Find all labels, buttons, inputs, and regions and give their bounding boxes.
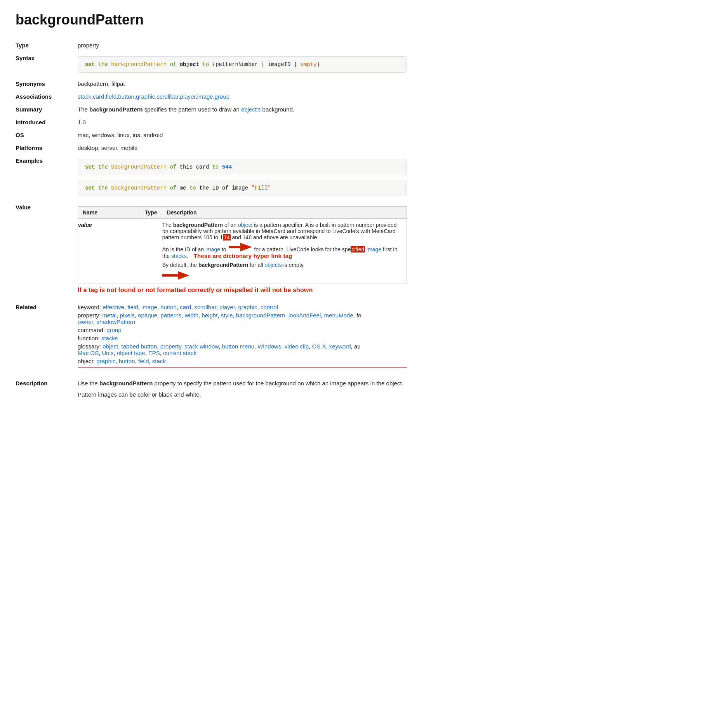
summary-value: The backgroundPattern specifies the patt… [78,103,412,116]
rel-keyword[interactable]: keyword [329,343,351,350]
rel-obj-graphic[interactable]: graphic [96,358,115,364]
val-name: value [78,219,140,284]
rel-shadowPattern[interactable]: shadowPattern [96,319,135,325]
summary-label: Summary [16,103,78,116]
ex1-kw-the: the [98,164,111,170]
assoc-link-field[interactable]: field [106,93,117,100]
rel-lookAndFeel[interactable]: lookAndFeel [288,312,321,319]
rel-os-x[interactable]: OS X [312,343,326,350]
kw-obj: object [180,61,199,68]
page-title: backgroundPattern [16,12,412,28]
tag-warning: If a tag is not found or not formatted c… [78,286,407,294]
assoc-link-image[interactable]: image [197,93,213,100]
rel-property[interactable]: property [160,343,181,350]
example1-code-block: set the backgroundPattern of this card t… [78,159,407,175]
rel-player[interactable]: player [219,304,235,310]
red-arrow-2 [162,271,189,280]
ex2-kw-of: of [170,185,179,191]
col-name: Name [78,207,140,219]
svg-marker-0 [229,243,252,251]
assoc-link-group[interactable]: group [215,93,229,100]
summary-row: Summary The backgroundPattern specifies … [16,103,412,116]
rel-obj-button[interactable]: button [119,358,135,364]
rel-unix[interactable]: Unix [102,350,114,356]
rel-owner[interactable]: owner [78,319,93,325]
val-image-link1[interactable]: image [205,246,220,253]
rel-width[interactable]: width [185,312,198,319]
ex2-str: "Fill" [252,185,271,191]
hyper-tag-note: These are dictionary hyper link tag [193,253,292,259]
rel-control[interactable]: control [261,304,278,310]
associations-value: stack,card,field,button,graphic,scrollba… [78,90,412,103]
rel-field[interactable]: field [127,304,138,310]
assoc-link-graphic[interactable]: graphic [136,93,155,100]
assoc-link-stack[interactable]: stack [78,93,91,100]
rel-image[interactable]: image [141,304,157,310]
value-content: Name Type Description value The backgrou… [78,201,412,301]
rel-stack-window[interactable]: stack window [184,343,219,350]
syntax-code-block: set the backgroundPattern of object to {… [78,56,407,73]
val-stacks-link[interactable]: stacks [171,253,187,259]
rel-windows[interactable]: Windows [257,343,281,350]
rel-menuMode[interactable]: menuMode [324,312,353,319]
rel-mac-os[interactable]: Mac OS [78,350,99,356]
col-description: Description [162,207,407,219]
summary-bold: backgroundPattern [89,106,143,113]
rel-current-stack[interactable]: current stack [163,350,196,356]
rel-stacks[interactable]: stacks [101,335,118,341]
type-label: Type [16,39,78,52]
kw-the: the [98,61,111,68]
rel-button-menu[interactable]: button menu [222,343,254,350]
introduced-row: Introduced 1.0 [16,116,412,129]
syntax-value: set the backgroundPattern of object to {… [78,52,412,77]
rel-eps[interactable]: EPS [148,350,160,356]
rel-button[interactable]: button [160,304,177,310]
assoc-link-card[interactable]: card [93,93,104,100]
ex2-kw-set: set [85,185,95,191]
type-value: property [78,39,412,52]
rel-tabbed-button[interactable]: tabbed button [122,343,157,350]
rel-backgroundPattern[interactable]: backgroundPattern [236,312,285,319]
rel-effective[interactable]: effective [103,304,124,310]
syntax-label: Syntax [16,52,78,77]
related-keyword: keyword: effective, field, image, button… [78,304,407,310]
value-table-header: Name Type Description [78,207,407,219]
assoc-link-player[interactable]: player [180,93,196,100]
rel-opaque[interactable]: opaque [138,312,157,319]
col-type: Type [140,207,162,219]
rel-style[interactable]: style [221,312,233,319]
os-value: mac, windows, linux, ios, android [78,129,412,141]
rel-scrollbar[interactable]: scrollbar [195,304,216,310]
rel-graphic[interactable]: graphic [238,304,257,310]
rel-group[interactable]: group [106,327,121,333]
rel-pixels[interactable]: pixels [120,312,134,319]
type-row: Type property [16,39,412,52]
assoc-link-button[interactable]: button [118,93,134,100]
rel-video-clip[interactable]: video clip [285,343,309,350]
desc-para1: Use the backgroundPattern property to sp… [78,380,407,387]
kw-prop: backgroundPattern [111,61,167,68]
rel-obj-field[interactable]: field [138,358,149,364]
rel-obj-stack[interactable]: stack [152,358,166,364]
rel-metal[interactable]: metal [102,312,116,319]
platforms-value: desktop, server, mobile [78,141,412,154]
related-row: Related keyword: effective, field, image… [16,301,412,377]
examples-row: Examples set the backgroundPattern of th… [16,154,412,201]
arrow-annotation [162,271,402,280]
rel-height[interactable]: height [202,312,217,319]
assoc-link-scrollbar[interactable]: scrollbar [157,93,179,100]
rel-patterns[interactable]: patterns [161,312,182,319]
val-object-link[interactable]: object [238,222,252,228]
desc-para2: Pattern images can be color or black-and… [78,391,407,398]
val-objects-link[interactable]: objects [264,262,281,268]
ex1-num: 544 [222,164,232,170]
summary-object-link[interactable]: object's [241,106,261,113]
val-type [140,219,162,284]
val-image-link2[interactable]: image [367,246,381,253]
rel-object[interactable]: object [103,343,118,350]
associations-label: Associations [16,90,78,103]
related-content: keyword: effective, field, image, button… [78,301,412,377]
rel-card[interactable]: card [180,304,191,310]
rel-object-type[interactable]: object type [117,350,145,356]
kw-empty: empty [301,61,317,68]
